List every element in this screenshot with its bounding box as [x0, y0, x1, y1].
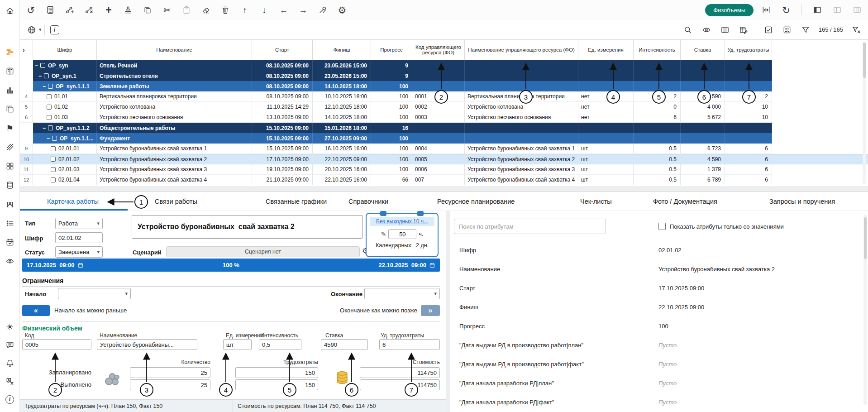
cell-unit-labor[interactable]: 2: [725, 91, 772, 102]
tab-linked-schedules[interactable]: Связанные графики: [266, 192, 327, 211]
cell-intensity[interactable]: [634, 60, 681, 71]
cell-resource-code[interactable]: [412, 81, 465, 91]
tab-requests[interactable]: Запросы и поручения: [769, 192, 835, 211]
globe-icon[interactable]: [24, 23, 39, 37]
row-checkbox[interactable]: [44, 73, 49, 78]
cell-unit-labor[interactable]: 6: [725, 144, 772, 154]
cell-code[interactable]: 02.01.04: [33, 175, 97, 185]
bar-finish-date[interactable]: 22.10.2025 09:00: [378, 262, 426, 268]
cell-finish[interactable]: 10.10.2025 18:00: [313, 91, 371, 102]
filter-icon[interactable]: [798, 23, 813, 37]
cell-rate[interactable]: 4 590: [681, 154, 725, 164]
cell-resource-name[interactable]: Устройство буронабивных свай захватка 1: [465, 144, 578, 154]
scenario-field[interactable]: Сценария нет: [166, 246, 360, 257]
cell-name[interactable]: Устройство буронабивных свай захватка 2: [97, 154, 252, 164]
alap-button[interactable]: »: [421, 305, 440, 316]
cell-unit-labor[interactable]: 6: [725, 175, 772, 185]
cell-start[interactable]: 08.10.2025 09:00: [252, 71, 313, 81]
cell-unit[interactable]: шт: [578, 164, 634, 175]
cell-progress[interactable]: 100: [371, 81, 412, 91]
cell-progress[interactable]: 100: [371, 144, 412, 154]
col-header-rate[interactable]: Ставка: [681, 40, 725, 60]
cell-progress[interactable]: 100: [371, 164, 412, 175]
cell-start[interactable]: 08.10.2025 09:00: [252, 60, 313, 71]
table-row[interactable]: 2 −OP_syn.1 Строительство отеля 08.10.20…: [20, 71, 868, 81]
table-row[interactable]: 12 02.01.04 Устройство буронабивных свай…: [20, 175, 868, 185]
cell-code[interactable]: 02.01.03: [33, 164, 97, 175]
type-dropdown[interactable]: Работа▾: [55, 218, 103, 229]
cell-progress[interactable]: 100: [371, 102, 412, 112]
cell-name[interactable]: Фундамент: [97, 133, 252, 144]
table-scrollbar[interactable]: [863, 42, 866, 184]
move-up-icon[interactable]: ↑: [238, 3, 252, 17]
cell-start[interactable]: 17.10.2025 09:00: [252, 154, 313, 164]
tab-references[interactable]: Справочники: [348, 192, 388, 211]
table-row-selected[interactable]: 10 02.01.02 Устройство буронабивных свай…: [20, 154, 868, 164]
cell-intensity[interactable]: [634, 133, 681, 144]
cell-resource-code[interactable]: [412, 60, 465, 71]
move-down-icon[interactable]: ↓: [257, 3, 272, 17]
table-row[interactable]: 1 −OP_syn Отель Речной 08.10.2025 09:00 …: [20, 60, 868, 71]
sidebar-item-database-icon[interactable]: [3, 178, 17, 192]
info-square-icon[interactable]: i: [48, 23, 62, 37]
cell-finish[interactable]: 23.05.2026 15:00: [313, 71, 371, 81]
cell-progress[interactable]: 9: [371, 71, 412, 81]
attribute-value[interactable]: 22.10.2025 09:00: [658, 304, 704, 311]
tools-icon[interactable]: [315, 3, 330, 17]
cell-resource-name[interactable]: Устройство песчаного основания: [465, 112, 578, 123]
cell-resource-name[interactable]: Устройство буронабивных свай захватка 3: [465, 164, 578, 175]
cell-resource-name[interactable]: Устройство буронабивных свай захватка 4: [465, 175, 578, 185]
cell-resource-code[interactable]: 0001: [412, 91, 465, 102]
cell-rate[interactable]: 6 789: [681, 175, 725, 185]
table-row[interactable]: 7 −OP_syn.1.1.2 Общестроительные работы …: [20, 123, 868, 133]
collapse-icon[interactable]: −: [43, 125, 48, 131]
paste-icon[interactable]: [179, 3, 194, 17]
cell-start[interactable]: 19.10.2025 09:00: [252, 164, 313, 175]
cell-intensity[interactable]: 6: [634, 112, 681, 123]
cell-name[interactable]: Строительство отеля: [97, 71, 252, 81]
col-header-progress[interactable]: Прогресс: [371, 40, 412, 60]
sidebar-item-kanban-icon[interactable]: [3, 64, 17, 78]
phys-rate-input[interactable]: [321, 339, 368, 350]
bar-start-date[interactable]: 17.10.2025 09:00: [27, 262, 75, 268]
sidebar-item-gantt-icon[interactable]: [3, 45, 17, 59]
cell-resource-code[interactable]: 007: [412, 175, 465, 185]
tab-resource-planning[interactable]: Ресурсное планирование: [437, 192, 515, 211]
calendar-link[interactable]: Без выходных 10 ч...: [370, 217, 434, 226]
cell-intensity[interactable]: [634, 123, 681, 133]
cell-unit-labor[interactable]: [725, 123, 772, 133]
cell-resource-code[interactable]: 0003: [412, 112, 465, 123]
cell-name[interactable]: Устройство котлована: [97, 102, 252, 112]
vertical-splitter[interactable]: [446, 211, 450, 412]
cell-unit-labor[interactable]: [725, 60, 772, 71]
remove-link-icon[interactable]: [82, 3, 96, 17]
calendar-icon[interactable]: [77, 262, 84, 268]
cell-rate[interactable]: [681, 81, 725, 91]
cell-progress[interactable]: 16: [371, 123, 412, 133]
attribute-value-empty[interactable]: Пусто: [658, 361, 677, 368]
table-row[interactable]: 9 02.01.01 Устройство буронабивных свай …: [20, 144, 868, 154]
cell-code[interactable]: 02.01.02: [33, 154, 97, 164]
cell-unit[interactable]: нет: [578, 112, 634, 123]
cell-code[interactable]: −OP_syn.1.1.1: [33, 81, 97, 91]
cell-resource-name[interactable]: [465, 71, 578, 81]
table-row[interactable]: 11 02.01.03 Устройство буронабивных свай…: [20, 164, 868, 175]
sidebar-item-blocks-icon[interactable]: [3, 159, 17, 173]
cell-name[interactable]: Устройство буронабивных свай захватка 3: [97, 164, 252, 175]
col-header-code[interactable]: Шифр: [33, 40, 97, 60]
table-row[interactable]: 3 −OP_syn.1.1.1 Земляные работы 08.10.20…: [20, 81, 868, 91]
cell-resource-name[interactable]: Устройство буронабивных свай захватка 2: [465, 154, 578, 164]
panel-left-icon[interactable]: [810, 3, 825, 17]
attribute-value-empty[interactable]: Пусто: [658, 399, 677, 406]
cell-finish[interactable]: 22.10.2025 16:00: [313, 175, 371, 185]
planned-cost-input[interactable]: [360, 367, 440, 378]
cell-resource-name[interactable]: Устройство котлована: [465, 102, 578, 112]
cell-rate[interactable]: 1 379: [681, 164, 725, 175]
refresh-icon[interactable]: ↻: [779, 3, 793, 17]
cell-finish[interactable]: 22.10.2025 09:00: [313, 154, 371, 164]
cell-code[interactable]: 01.02: [33, 102, 97, 112]
planned-labor-input[interactable]: [235, 367, 318, 378]
cut-icon[interactable]: ✂: [160, 3, 174, 17]
cell-resource-name[interactable]: [465, 81, 578, 91]
cell-unit-labor[interactable]: 10: [725, 112, 772, 123]
